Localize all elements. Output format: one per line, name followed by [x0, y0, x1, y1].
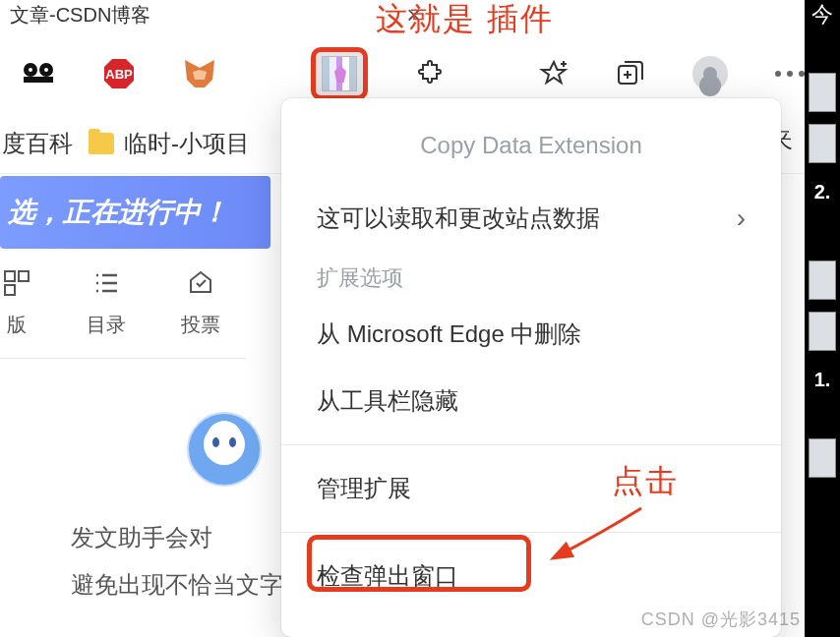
more-menu-icon[interactable]: [775, 56, 805, 91]
menu-inspect-popup[interactable]: 检查弹出窗口: [281, 543, 781, 609]
annotation-top: 这就是 插件: [376, 0, 554, 41]
svg-rect-16: [5, 285, 15, 295]
menu-label: 检查弹出窗口: [317, 560, 458, 592]
favorites-star-icon[interactable]: [539, 56, 569, 91]
extension-icon-1[interactable]: [22, 56, 55, 91]
highlighted-extension-button[interactable]: [311, 47, 368, 100]
menu-hide-from-toolbar[interactable]: 从工具栏隐藏: [281, 368, 781, 434]
thumbnail[interactable]: [809, 124, 836, 163]
menu-section-header: 扩展选项: [281, 252, 781, 301]
annotation-arrow-icon: [543, 503, 651, 572]
menu-label: 从 Microsoft Edge 中删除: [317, 318, 581, 350]
tool-vote[interactable]: 投票: [181, 268, 220, 338]
article-tool-row: 版 目录 投票: [0, 249, 246, 359]
menu-manage-extensions[interactable]: 管理扩展: [281, 455, 781, 522]
context-menu-title: Copy Data Extension: [281, 126, 781, 185]
extensions-puzzle-icon[interactable]: [415, 56, 445, 91]
extension-context-menu: Copy Data Extension 这可以读取和更改站点数据 › 扩展选项 …: [281, 98, 781, 637]
metamask-icon[interactable]: [183, 56, 216, 91]
menu-label: 从工具栏隐藏: [317, 385, 458, 417]
folder-icon: [89, 133, 114, 154]
menu-remove-from-edge[interactable]: 从 Microsoft Edge 中删除: [281, 301, 781, 368]
menu-read-change-site-data[interactable]: 这可以读取和更改站点数据 ›: [281, 185, 781, 252]
menu-label: 管理扩展: [317, 473, 411, 504]
svg-point-3: [29, 68, 32, 72]
tool-label: 版: [7, 312, 27, 338]
thumbnail[interactable]: [809, 261, 836, 300]
assistant-avatar: [187, 412, 262, 487]
thumbnail[interactable]: [809, 438, 836, 478]
svg-point-4: [44, 68, 48, 72]
menu-divider: [281, 444, 781, 445]
bookmark-label: 度百科: [2, 128, 73, 159]
svg-rect-15: [19, 271, 29, 281]
promo-banner: 选，正在进行中！: [0, 176, 270, 249]
bookmark-baike[interactable]: 度百科: [2, 128, 73, 159]
watermark-text: CSDN @光影3415: [641, 608, 801, 631]
chevron-right-icon: ›: [737, 203, 746, 234]
svg-rect-14: [5, 271, 15, 281]
adblock-icon[interactable]: ABP: [102, 56, 136, 91]
bookmark-label: 临时-小项目: [124, 128, 250, 159]
menu-label: 这可以读取和更改站点数据: [317, 203, 600, 234]
tab-title: 文章-CSDN博客: [10, 2, 150, 29]
profile-avatar-icon[interactable]: [692, 56, 728, 91]
thumbnail[interactable]: [809, 73, 836, 112]
tool-toc[interactable]: 目录: [87, 268, 126, 338]
tool-label: 目录: [87, 312, 126, 338]
strip-number: 2.: [814, 169, 831, 215]
tool-template[interactable]: 版: [2, 268, 31, 338]
strip-number: 1.: [814, 357, 831, 403]
svg-marker-8: [193, 70, 207, 80]
sidebar-dark-strip: 今 2. 1.: [805, 0, 840, 637]
tool-label: 投票: [181, 312, 220, 338]
svg-rect-2: [24, 77, 53, 83]
bookmark-folder-temp[interactable]: 临时-小项目: [89, 128, 250, 159]
copy-data-extension-icon: [322, 56, 357, 91]
menu-divider: [281, 532, 781, 533]
collections-icon[interactable]: [616, 56, 645, 91]
svg-text:ABP: ABP: [105, 67, 133, 82]
thumbnail[interactable]: [809, 312, 836, 351]
annotation-click: 点击: [612, 460, 679, 503]
